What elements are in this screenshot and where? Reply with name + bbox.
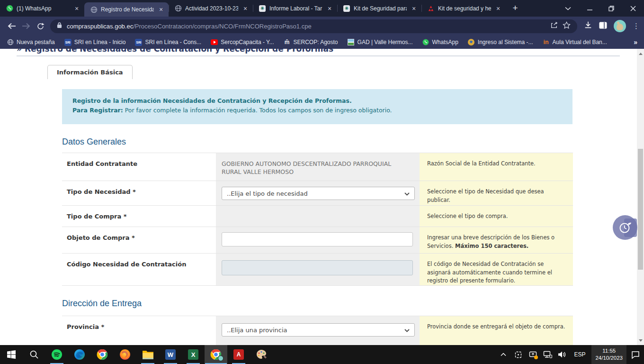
globe-icon: [90, 6, 98, 13]
tray-update-icon[interactable]: [527, 348, 538, 361]
chevron-down-icon: [404, 327, 410, 334]
info-line-2: Para Registrar: Por favor complete la in…: [72, 107, 572, 114]
search-button[interactable]: [23, 345, 45, 364]
tab-actividad[interactable]: Actividad 2023-10-23 ×: [169, 0, 253, 17]
start-button[interactable]: [0, 345, 23, 364]
page-scrollbar[interactable]: [637, 49, 644, 345]
tab-whatsapp[interactable]: (1) WhatsApp ×: [0, 0, 84, 17]
chatgpt-icon: ✳: [343, 5, 350, 12]
scroll-up-arrow-icon[interactable]: [637, 50, 644, 57]
provincia-select[interactable]: ..Elija una provincia: [222, 323, 415, 337]
downloads-icon[interactable]: [584, 21, 592, 31]
taskbar-acrobat[interactable]: A: [227, 345, 250, 364]
scroll-down-arrow-icon[interactable]: [637, 337, 644, 344]
back-button[interactable]: [5, 19, 19, 33]
restore-button[interactable]: [600, 0, 622, 17]
youtube-icon: [211, 39, 218, 46]
section-heading-direccion-entrega: Dirección de Entrega: [62, 299, 142, 309]
field-label: Objeto de Compra *: [62, 227, 216, 253]
bookmark-label: SERCOP: Agosto: [294, 39, 338, 46]
bookmark-whatsapp[interactable]: WhatsApp: [422, 39, 458, 46]
bookmark-sercop-agosto[interactable]: m̂ SERCOP: Agosto: [284, 39, 338, 46]
tab-informe-laboral[interactable]: ✳ Informe Laboral - Tar ×: [253, 0, 337, 17]
tipo-necesidad-select[interactable]: ..Elija el tipo de necesidad: [222, 187, 415, 200]
close-icon[interactable]: ×: [157, 6, 165, 13]
forward-button[interactable]: [19, 19, 33, 33]
taskbar-excel[interactable]: X: [182, 345, 205, 364]
close-icon[interactable]: ×: [326, 5, 333, 12]
minimize-button[interactable]: [579, 0, 600, 17]
bookmark-aula-virtual[interactable]: in Aula Virtual del Ban...: [543, 39, 607, 46]
tray-snip-icon[interactable]: [512, 348, 524, 361]
tray-network-icon[interactable]: [542, 348, 553, 361]
new-tab-button[interactable]: +: [509, 2, 522, 15]
bookmark-label: SercopCapacita - Y...: [221, 39, 274, 46]
side-panel-icon[interactable]: [599, 22, 607, 31]
globe-icon: [7, 39, 14, 46]
tab-search-chevron-icon[interactable]: [557, 0, 579, 17]
language-indicator[interactable]: ESP: [571, 351, 588, 358]
tab-title: Kit de seguridad y her: [438, 5, 491, 12]
field-help: Seleccione el tipo de Necesidad que dese…: [420, 181, 573, 205]
timer-extension-button[interactable]: [613, 215, 637, 240]
bookmark-star-icon[interactable]: [563, 21, 571, 31]
bookmark-sri-consultas[interactable]: SRI SRI en Línea - Cons...: [135, 39, 201, 46]
field-help: El código de Necesidad de Contratación s…: [420, 254, 573, 285]
tab-registro-active[interactable]: Registro de Necesida ×: [84, 2, 169, 17]
close-icon[interactable]: ×: [242, 5, 249, 12]
clock-time: 11:55: [595, 347, 623, 355]
taskbar-chrome-active[interactable]: [205, 345, 227, 364]
table-row-tipo-compra: Tipo de Compra * Seleccione el tipo de c…: [62, 206, 573, 227]
bookmark-gad-valle-hermoso[interactable]: GAD | Valle Hermos...: [348, 39, 413, 46]
bookmarks-overflow-chevron[interactable]: »: [634, 38, 637, 46]
tray-chevron-up-icon[interactable]: [498, 348, 509, 361]
objeto-compra-input[interactable]: [222, 232, 413, 246]
taskbar-edge[interactable]: [68, 345, 91, 364]
taskbar-chrome[interactable]: [91, 345, 114, 364]
address-bar[interactable]: compraspublicas.gob.ec/ProcesoContrataci…: [50, 19, 577, 33]
info-line-1: Registro de la información Necesidades d…: [72, 97, 572, 105]
taskbar-spotify[interactable]: [45, 345, 68, 364]
table-row-tipo-necesidad: Tipo de Necesidad * ..Elija el tipo de n…: [62, 181, 573, 206]
info-banner: Registro de la información Necesidades d…: [62, 89, 572, 124]
tab-title: Registro de Necesida: [101, 6, 154, 13]
profile-avatar[interactable]: [614, 20, 626, 32]
web-page: » Registro de Necesidades de Contratació…: [0, 49, 637, 345]
scrollbar-thumb[interactable]: [638, 149, 643, 270]
taskbar-clock[interactable]: 11:55 24/10/2023: [591, 345, 626, 364]
field-help: Razón Social de la Entidad Contratante.: [420, 153, 573, 181]
bookmark-label: SRI en Línea - Cons...: [145, 39, 201, 46]
system-tray: ESP 11:55 24/10/2023: [498, 345, 644, 364]
page-title: » Registro de Necesidades de Contratació…: [17, 49, 333, 54]
tab-title: (1) WhatsApp: [17, 5, 70, 12]
bookmark-sercopcapacita[interactable]: SercopCapacita - Y...: [211, 39, 274, 46]
share-icon[interactable]: [550, 21, 558, 31]
taskbar-file-explorer[interactable]: [136, 345, 159, 364]
tab-kit-seguridad-2[interactable]: Kit de seguridad y her ×: [421, 0, 506, 17]
tab-informacion-basica[interactable]: Información Básica: [47, 65, 133, 79]
table-row-provincia: Provincia * ..Elija una provincia Provin…: [62, 316, 573, 345]
datos-generales-table: Entidad Contratante GOBIERNO AUTONOMO DE…: [62, 153, 573, 286]
close-icon[interactable]: ×: [494, 5, 502, 12]
section-heading-datos-generales: Datos Generales: [62, 137, 126, 147]
action-center-icon[interactable]: [630, 348, 641, 361]
select-value: ..Elija una provincia: [227, 327, 287, 334]
close-icon[interactable]: ×: [73, 5, 80, 12]
tray-volume-icon[interactable]: [556, 348, 568, 361]
entidad-contratante-value: GOBIERNO AUTONOMO DESCENTRALIZADO PARROQ…: [216, 153, 420, 176]
reload-button[interactable]: [33, 19, 47, 33]
taskbar-firefox[interactable]: [114, 345, 136, 364]
taskbar-word[interactable]: W: [159, 345, 182, 364]
field-label: Provincia *: [62, 316, 216, 345]
taskbar-paint3d[interactable]: [250, 345, 273, 364]
sri-icon: SRI: [64, 39, 72, 46]
bookmark-sri-inicio[interactable]: SRI SRI en Línea - Inicio: [64, 39, 126, 46]
clock-date: 24/10/2023: [595, 355, 623, 362]
url-path: /ProcesoContratacion/compras/NCO/FrmNCOR…: [133, 23, 311, 30]
bookmark-nueva-pestana[interactable]: Nueva pestaña: [7, 39, 55, 46]
menu-kebab-icon[interactable]: ⋮: [633, 22, 637, 30]
bookmark-ingreso-sistema[interactable]: Ingreso al Sistema -...: [468, 39, 533, 46]
close-icon[interactable]: ×: [410, 5, 418, 12]
tab-kit-seguridad-1[interactable]: ✳ Kit de Seguridad para ×: [337, 0, 421, 17]
close-window-button[interactable]: [622, 0, 644, 17]
